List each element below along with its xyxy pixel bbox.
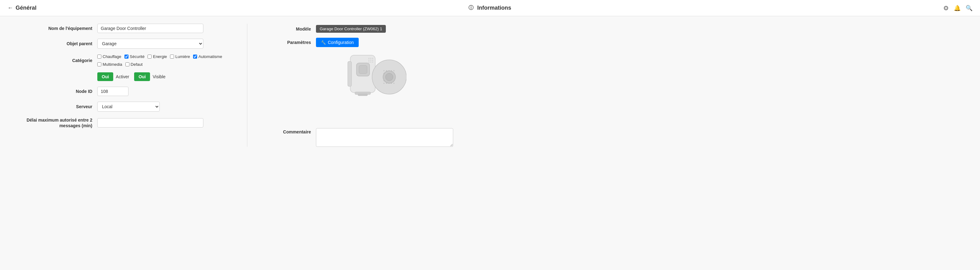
- wrench-icon: 🔧: [321, 40, 326, 45]
- cat-lumiere: Lumière: [170, 54, 190, 59]
- toggle-group: Oui Activer Oui Visible: [97, 72, 165, 81]
- bell-icon[interactable]: 🔔: [954, 5, 961, 11]
- cat-automatisme-label: Automatisme: [198, 54, 222, 59]
- search-icon[interactable]: 🔍: [966, 5, 972, 11]
- cat-lumiere-checkbox[interactable]: [170, 54, 174, 59]
- categorie-row: Catégorie Chauffage Sécurité Energie Lum…: [10, 54, 228, 67]
- serveur-label: Serveur: [10, 104, 97, 109]
- activer-label: Activer: [116, 74, 129, 79]
- panel-divider: [247, 24, 247, 147]
- cat-defaut-checkbox[interactable]: [126, 62, 129, 67]
- top-bar-right: ⚙ 🔔 🔍: [943, 4, 972, 12]
- top-bar-left: ← Général: [8, 5, 37, 11]
- cat-energie: Energie: [148, 54, 167, 59]
- svg-point-9: [372, 60, 373, 60]
- objet-label: Objet parent: [10, 41, 97, 46]
- svg-point-43: [394, 83, 395, 84]
- right-panel: Modèle Garage Door Controller (ZW062) 1 …: [266, 24, 484, 147]
- cat-securite: Sécurité: [124, 54, 145, 59]
- left-panel: Nom de l'équipement Objet parent Garage …: [10, 24, 228, 147]
- commentaire-row: Commentaire: [266, 128, 484, 147]
- node-row: Node ID: [10, 87, 228, 96]
- info-icon: ⓘ: [468, 5, 474, 11]
- commentaire-label: Commentaire: [266, 128, 316, 134]
- parametres-row: Paramètres 🔧 Configuration: [266, 38, 484, 47]
- info-title: Informations: [477, 5, 511, 11]
- visible-btn[interactable]: Oui: [134, 72, 150, 81]
- svg-point-5: [371, 58, 371, 59]
- svg-point-4: [369, 58, 369, 59]
- svg-point-12: [372, 62, 373, 62]
- svg-point-18: [394, 70, 395, 71]
- svg-point-39: [383, 83, 385, 84]
- cat-defaut: Defaut: [126, 62, 143, 67]
- svg-rect-3: [359, 65, 367, 73]
- categorie-checkboxes: Chauffage Sécurité Energie Lumière Autom…: [97, 54, 228, 67]
- svg-rect-1: [348, 62, 352, 86]
- top-bar: ← Général ⓘ Informations ⚙ 🔔 🔍: [0, 0, 980, 16]
- parametres-label: Paramètres: [266, 40, 316, 45]
- device-image-container: [266, 52, 484, 121]
- modele-label: Modèle: [266, 27, 316, 32]
- nom-label: Nom de l'équipement: [10, 26, 97, 31]
- config-btn-label: Configuration: [328, 40, 354, 45]
- top-bar-center: ⓘ Informations: [468, 5, 511, 11]
- delai-input[interactable]: [97, 118, 204, 127]
- cat-chauffage-checkbox[interactable]: [97, 54, 101, 59]
- cat-automatisme: Automatisme: [193, 54, 222, 59]
- svg-point-11: [371, 62, 371, 62]
- activer-row: Oui Activer Oui Visible: [10, 72, 228, 81]
- cat-lumiere-label: Lumière: [175, 54, 190, 59]
- svg-rect-47: [358, 94, 368, 96]
- svg-point-10: [369, 62, 369, 62]
- cat-energie-label: Energie: [153, 54, 167, 59]
- serveur-row: Serveur Local: [10, 102, 228, 112]
- modele-row: Modèle Garage Door Controller (ZW062) 1: [266, 25, 484, 33]
- node-input[interactable]: [97, 87, 129, 96]
- visible-label: Visible: [153, 74, 165, 79]
- config-btn[interactable]: 🔧 Configuration: [316, 38, 359, 47]
- svg-point-14: [383, 70, 385, 71]
- cat-securite-checkbox[interactable]: [124, 54, 129, 59]
- svg-point-8: [371, 60, 371, 60]
- cat-multimedia-label: Multimedia: [103, 62, 122, 67]
- gear-icon[interactable]: ⚙: [943, 4, 949, 12]
- objet-row: Objet parent Garage: [10, 39, 228, 49]
- cat-chauffage: Chauffage: [97, 54, 121, 59]
- categorie-label: Catégorie: [10, 58, 97, 63]
- cat-multimedia-checkbox[interactable]: [97, 62, 101, 67]
- node-label: Node ID: [10, 89, 97, 94]
- cat-defaut-label: Defaut: [131, 62, 143, 67]
- commentaire-textarea[interactable]: [316, 128, 453, 147]
- nom-row: Nom de l'équipement: [10, 24, 228, 33]
- modele-badge: Garage Door Controller (ZW062) 1: [316, 25, 386, 33]
- general-title: Général: [16, 5, 37, 11]
- cat-chauffage-label: Chauffage: [103, 54, 121, 59]
- delai-label: Délai maximum autorisé entre 2 messages …: [10, 117, 97, 129]
- svg-point-45: [385, 73, 393, 81]
- cat-energie-checkbox[interactable]: [148, 54, 151, 59]
- device-image: [344, 52, 406, 121]
- back-icon[interactable]: ←: [8, 5, 13, 11]
- nom-input[interactable]: [97, 24, 204, 33]
- cat-securite-label: Sécurité: [130, 54, 145, 59]
- page-content: Nom de l'équipement Objet parent Garage …: [0, 16, 980, 154]
- delai-row: Délai maximum autorisé entre 2 messages …: [10, 117, 228, 129]
- activer-btn[interactable]: Oui: [97, 72, 113, 81]
- svg-point-6: [372, 58, 373, 59]
- svg-point-7: [369, 60, 369, 60]
- objet-select[interactable]: Garage: [97, 39, 204, 49]
- serveur-select[interactable]: Local: [97, 102, 160, 112]
- cat-multimedia: Multimedia: [97, 62, 122, 67]
- cat-automatisme-checkbox[interactable]: [193, 54, 197, 59]
